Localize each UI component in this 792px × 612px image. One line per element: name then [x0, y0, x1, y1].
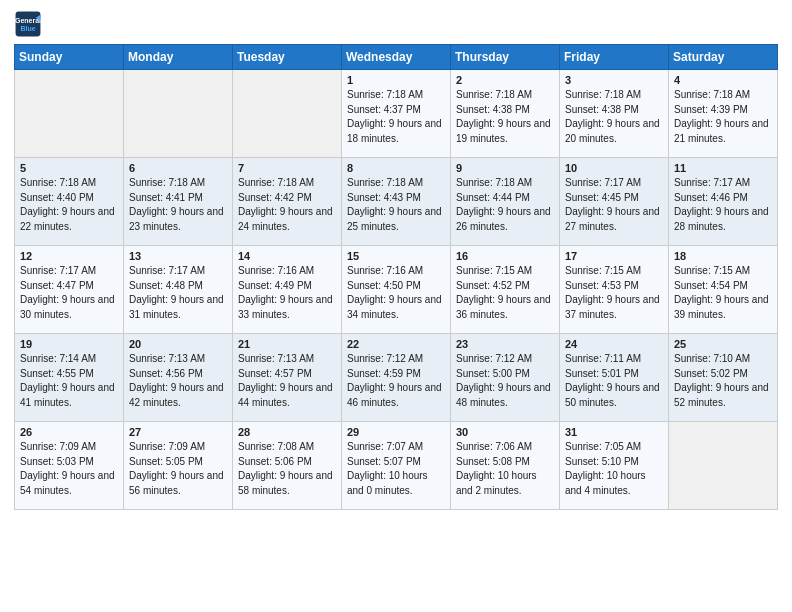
calendar-cell: 10Sunrise: 7:17 AMSunset: 4:45 PMDayligh…: [560, 158, 669, 246]
day-number: 31: [565, 426, 663, 438]
logo: General Blue: [14, 10, 44, 38]
day-number: 5: [20, 162, 118, 174]
day-info: Sunrise: 7:18 AMSunset: 4:37 PMDaylight:…: [347, 88, 445, 146]
day-number: 4: [674, 74, 772, 86]
header: General Blue: [14, 10, 778, 38]
day-info: Sunrise: 7:18 AMSunset: 4:41 PMDaylight:…: [129, 176, 227, 234]
day-number: 24: [565, 338, 663, 350]
day-number: 19: [20, 338, 118, 350]
calendar-cell: 13Sunrise: 7:17 AMSunset: 4:48 PMDayligh…: [124, 246, 233, 334]
calendar-cell: 22Sunrise: 7:12 AMSunset: 4:59 PMDayligh…: [342, 334, 451, 422]
calendar-cell: 5Sunrise: 7:18 AMSunset: 4:40 PMDaylight…: [15, 158, 124, 246]
day-info: Sunrise: 7:12 AMSunset: 5:00 PMDaylight:…: [456, 352, 554, 410]
day-number: 1: [347, 74, 445, 86]
day-number: 26: [20, 426, 118, 438]
day-number: 20: [129, 338, 227, 350]
calendar-cell: 23Sunrise: 7:12 AMSunset: 5:00 PMDayligh…: [451, 334, 560, 422]
calendar-cell: 4Sunrise: 7:18 AMSunset: 4:39 PMDaylight…: [669, 70, 778, 158]
calendar-cell: 7Sunrise: 7:18 AMSunset: 4:42 PMDaylight…: [233, 158, 342, 246]
day-number: 16: [456, 250, 554, 262]
day-info: Sunrise: 7:06 AMSunset: 5:08 PMDaylight:…: [456, 440, 554, 498]
day-info: Sunrise: 7:18 AMSunset: 4:39 PMDaylight:…: [674, 88, 772, 146]
week-row-1: 1Sunrise: 7:18 AMSunset: 4:37 PMDaylight…: [15, 70, 778, 158]
calendar-cell: 2Sunrise: 7:18 AMSunset: 4:38 PMDaylight…: [451, 70, 560, 158]
day-info: Sunrise: 7:18 AMSunset: 4:40 PMDaylight:…: [20, 176, 118, 234]
day-number: 13: [129, 250, 227, 262]
calendar-cell: 9Sunrise: 7:18 AMSunset: 4:44 PMDaylight…: [451, 158, 560, 246]
calendar-cell: 21Sunrise: 7:13 AMSunset: 4:57 PMDayligh…: [233, 334, 342, 422]
calendar-cell: 25Sunrise: 7:10 AMSunset: 5:02 PMDayligh…: [669, 334, 778, 422]
calendar-cell: 1Sunrise: 7:18 AMSunset: 4:37 PMDaylight…: [342, 70, 451, 158]
day-number: 18: [674, 250, 772, 262]
day-number: 28: [238, 426, 336, 438]
calendar-table: SundayMondayTuesdayWednesdayThursdayFrid…: [14, 44, 778, 510]
day-number: 12: [20, 250, 118, 262]
page: General Blue SundayMondayTuesdayWednesda…: [0, 0, 792, 612]
day-info: Sunrise: 7:15 AMSunset: 4:54 PMDaylight:…: [674, 264, 772, 322]
day-info: Sunrise: 7:13 AMSunset: 4:56 PMDaylight:…: [129, 352, 227, 410]
day-info: Sunrise: 7:11 AMSunset: 5:01 PMDaylight:…: [565, 352, 663, 410]
calendar-cell: 15Sunrise: 7:16 AMSunset: 4:50 PMDayligh…: [342, 246, 451, 334]
calendar-cell: 31Sunrise: 7:05 AMSunset: 5:10 PMDayligh…: [560, 422, 669, 510]
day-number: 21: [238, 338, 336, 350]
day-info: Sunrise: 7:07 AMSunset: 5:07 PMDaylight:…: [347, 440, 445, 498]
calendar-cell: 30Sunrise: 7:06 AMSunset: 5:08 PMDayligh…: [451, 422, 560, 510]
weekday-header-wednesday: Wednesday: [342, 45, 451, 70]
week-row-3: 12Sunrise: 7:17 AMSunset: 4:47 PMDayligh…: [15, 246, 778, 334]
day-number: 15: [347, 250, 445, 262]
weekday-header-monday: Monday: [124, 45, 233, 70]
day-number: 22: [347, 338, 445, 350]
day-info: Sunrise: 7:15 AMSunset: 4:53 PMDaylight:…: [565, 264, 663, 322]
logo-icon: General Blue: [14, 10, 42, 38]
day-info: Sunrise: 7:18 AMSunset: 4:44 PMDaylight:…: [456, 176, 554, 234]
calendar-cell: 24Sunrise: 7:11 AMSunset: 5:01 PMDayligh…: [560, 334, 669, 422]
calendar-cell: [124, 70, 233, 158]
weekday-header-saturday: Saturday: [669, 45, 778, 70]
day-number: 23: [456, 338, 554, 350]
day-info: Sunrise: 7:17 AMSunset: 4:46 PMDaylight:…: [674, 176, 772, 234]
day-info: Sunrise: 7:05 AMSunset: 5:10 PMDaylight:…: [565, 440, 663, 498]
calendar-cell: 29Sunrise: 7:07 AMSunset: 5:07 PMDayligh…: [342, 422, 451, 510]
calendar-cell: 11Sunrise: 7:17 AMSunset: 4:46 PMDayligh…: [669, 158, 778, 246]
day-number: 10: [565, 162, 663, 174]
calendar-header: SundayMondayTuesdayWednesdayThursdayFrid…: [15, 45, 778, 70]
day-number: 17: [565, 250, 663, 262]
day-number: 14: [238, 250, 336, 262]
day-number: 30: [456, 426, 554, 438]
calendar-cell: [669, 422, 778, 510]
calendar-cell: 28Sunrise: 7:08 AMSunset: 5:06 PMDayligh…: [233, 422, 342, 510]
weekday-header-tuesday: Tuesday: [233, 45, 342, 70]
day-info: Sunrise: 7:18 AMSunset: 4:42 PMDaylight:…: [238, 176, 336, 234]
day-number: 27: [129, 426, 227, 438]
day-info: Sunrise: 7:18 AMSunset: 4:38 PMDaylight:…: [565, 88, 663, 146]
weekday-header-sunday: Sunday: [15, 45, 124, 70]
calendar-cell: 8Sunrise: 7:18 AMSunset: 4:43 PMDaylight…: [342, 158, 451, 246]
calendar-body: 1Sunrise: 7:18 AMSunset: 4:37 PMDaylight…: [15, 70, 778, 510]
weekday-header-friday: Friday: [560, 45, 669, 70]
calendar-cell: 26Sunrise: 7:09 AMSunset: 5:03 PMDayligh…: [15, 422, 124, 510]
weekday-header-thursday: Thursday: [451, 45, 560, 70]
calendar-cell: 6Sunrise: 7:18 AMSunset: 4:41 PMDaylight…: [124, 158, 233, 246]
day-info: Sunrise: 7:16 AMSunset: 4:49 PMDaylight:…: [238, 264, 336, 322]
calendar-cell: 17Sunrise: 7:15 AMSunset: 4:53 PMDayligh…: [560, 246, 669, 334]
calendar-cell: 16Sunrise: 7:15 AMSunset: 4:52 PMDayligh…: [451, 246, 560, 334]
day-info: Sunrise: 7:17 AMSunset: 4:45 PMDaylight:…: [565, 176, 663, 234]
day-info: Sunrise: 7:16 AMSunset: 4:50 PMDaylight:…: [347, 264, 445, 322]
day-info: Sunrise: 7:09 AMSunset: 5:03 PMDaylight:…: [20, 440, 118, 498]
calendar-cell: 18Sunrise: 7:15 AMSunset: 4:54 PMDayligh…: [669, 246, 778, 334]
calendar-cell: 27Sunrise: 7:09 AMSunset: 5:05 PMDayligh…: [124, 422, 233, 510]
weekday-header-row: SundayMondayTuesdayWednesdayThursdayFrid…: [15, 45, 778, 70]
calendar-cell: 14Sunrise: 7:16 AMSunset: 4:49 PMDayligh…: [233, 246, 342, 334]
calendar-cell: [233, 70, 342, 158]
day-info: Sunrise: 7:08 AMSunset: 5:06 PMDaylight:…: [238, 440, 336, 498]
day-number: 25: [674, 338, 772, 350]
calendar-cell: 20Sunrise: 7:13 AMSunset: 4:56 PMDayligh…: [124, 334, 233, 422]
day-info: Sunrise: 7:13 AMSunset: 4:57 PMDaylight:…: [238, 352, 336, 410]
calendar-cell: [15, 70, 124, 158]
day-info: Sunrise: 7:09 AMSunset: 5:05 PMDaylight:…: [129, 440, 227, 498]
day-number: 6: [129, 162, 227, 174]
day-info: Sunrise: 7:18 AMSunset: 4:43 PMDaylight:…: [347, 176, 445, 234]
day-number: 7: [238, 162, 336, 174]
day-number: 11: [674, 162, 772, 174]
week-row-2: 5Sunrise: 7:18 AMSunset: 4:40 PMDaylight…: [15, 158, 778, 246]
